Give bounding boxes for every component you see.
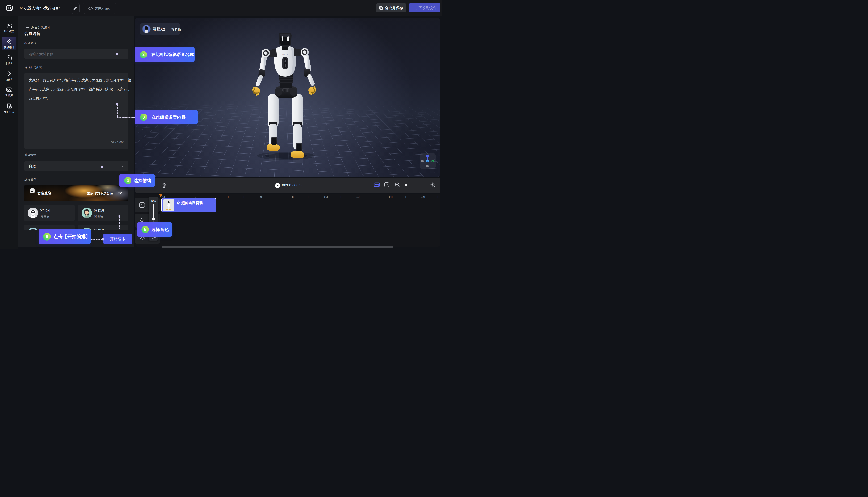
- svg-text:AGIBOT: AGIBOT: [282, 54, 288, 55]
- svg-text:X: X: [432, 160, 433, 162]
- svg-text:Z: Z: [427, 155, 428, 157]
- svg-text:Y: Y: [427, 160, 428, 162]
